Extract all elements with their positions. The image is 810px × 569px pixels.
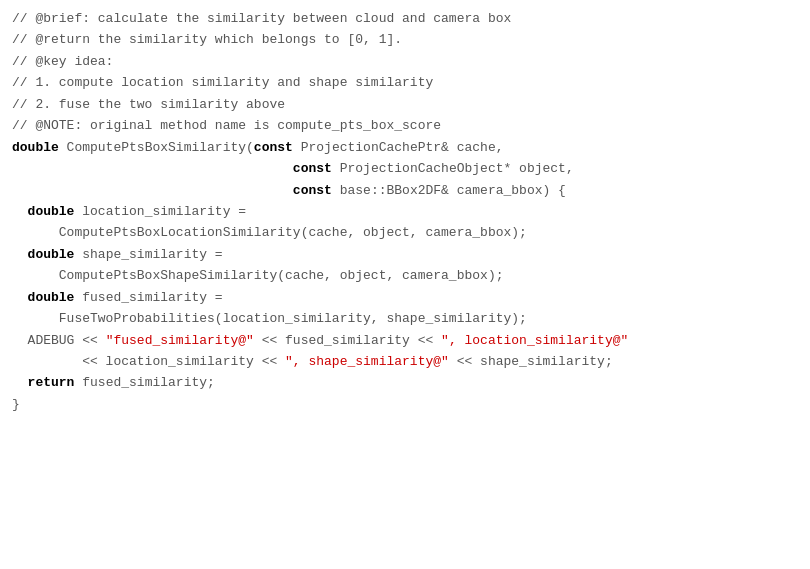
line-15: FuseTwoProbabilities(location_similarity… <box>12 308 798 329</box>
line-7: double ComputePtsBoxSimilarity(const Pro… <box>12 137 798 158</box>
line-12: double shape_similarity = <box>12 244 798 265</box>
line-3: // @key idea: <box>12 51 798 72</box>
code-container: // @brief: calculate the similarity betw… <box>0 0 810 569</box>
line-8: const ProjectionCacheObject* object, <box>12 158 798 179</box>
line-9: const base::BBox2DF& camera_bbox) { <box>12 180 798 201</box>
line-4: // 1. compute location similarity and sh… <box>12 72 798 93</box>
line-17: << location_similarity << ", shape_simil… <box>12 351 798 372</box>
line-2: // @return the similarity which belongs … <box>12 29 798 50</box>
line-14: double fused_similarity = <box>12 287 798 308</box>
line-19: } <box>12 394 798 415</box>
line-5: // 2. fuse the two similarity above <box>12 94 798 115</box>
line-11: ComputePtsBoxLocationSimilarity(cache, o… <box>12 222 798 243</box>
line-13: ComputePtsBoxShapeSimilarity(cache, obje… <box>12 265 798 286</box>
line-6: // @NOTE: original method name is comput… <box>12 115 798 136</box>
line-18: return fused_similarity; <box>12 372 798 393</box>
line-16: ADEBUG << "fused_similarity@" << fused_s… <box>12 330 798 351</box>
line-1: // @brief: calculate the similarity betw… <box>12 8 798 29</box>
line-10: double location_similarity = <box>12 201 798 222</box>
